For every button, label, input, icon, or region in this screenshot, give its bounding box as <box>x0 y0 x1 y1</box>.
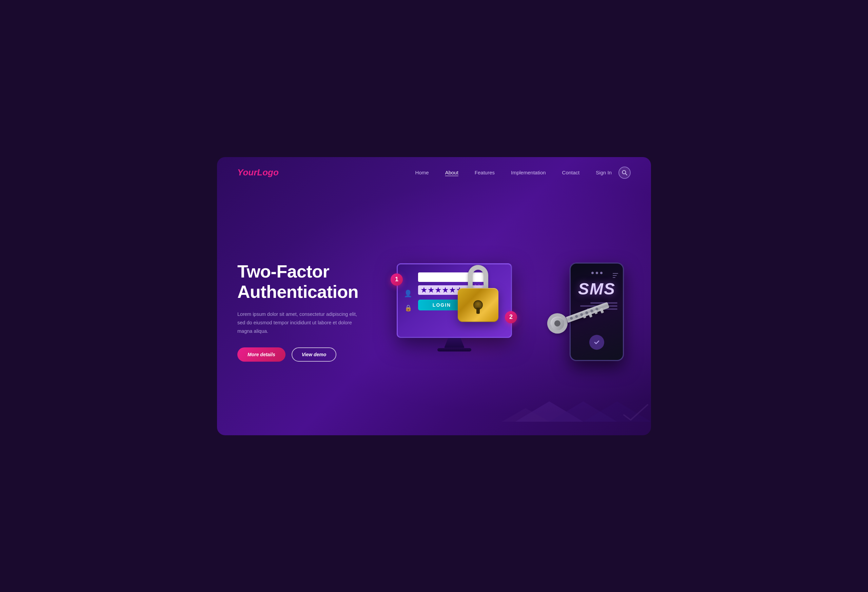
phone-dot-1 <box>591 272 594 274</box>
nav-links: Home About Features Implementation Conta… <box>415 170 580 175</box>
nav-contact[interactable]: Contact <box>562 170 580 175</box>
logo[interactable]: YourLogo <box>237 167 279 178</box>
check-icon <box>593 339 600 346</box>
search-button[interactable] <box>619 167 631 179</box>
padlock-wrapper <box>458 288 498 322</box>
nav-about[interactable]: About <box>445 170 458 175</box>
page-card: YourLogo Home About Features Implementat… <box>217 157 651 435</box>
hero-text: Two-FactorAuthentication Lorem ipsum dol… <box>237 262 380 362</box>
nav-features[interactable]: Features <box>475 170 495 175</box>
user-icon: 👤 <box>404 289 412 297</box>
padlock-body <box>458 288 498 322</box>
hero-description: Lorem ipsum dolor sit amet, consectetur … <box>237 310 359 335</box>
key-dot-1 <box>570 317 573 320</box>
more-details-button[interactable]: More details <box>237 348 285 362</box>
key-tooth-3 <box>594 310 598 314</box>
monitor-base <box>437 348 471 351</box>
view-demo-button[interactable]: View demo <box>292 348 337 362</box>
phone-bottom <box>589 335 604 350</box>
lock-icon: 🔒 <box>404 304 412 312</box>
phone-status-dots <box>591 272 602 274</box>
hero-buttons: More details View demo <box>237 348 380 362</box>
menu-line-1 <box>613 273 618 274</box>
phone-dot-3 <box>600 272 602 274</box>
key-tooth-4 <box>600 308 604 314</box>
monitor-side-icons: 👤 🔒 <box>404 289 412 312</box>
step-badge-2: 2 <box>505 311 517 323</box>
nav-home[interactable]: Home <box>415 170 429 175</box>
illustration: 1 👤 🔒 › › › <box>380 188 631 435</box>
check-circle <box>589 335 604 350</box>
nav-right: Sign In <box>596 167 631 179</box>
phone-menu-lines <box>613 273 618 278</box>
key-head <box>544 310 570 336</box>
key-tooth-2 <box>588 312 592 318</box>
menu-line-3 <box>613 277 616 278</box>
sms-label: SMS <box>578 280 616 298</box>
navbar: YourLogo Home About Features Implementat… <box>217 157 651 188</box>
main-content: Two-FactorAuthentication Lorem ipsum dol… <box>217 188 651 435</box>
svg-line-1 <box>626 173 627 175</box>
search-icon <box>622 170 627 175</box>
sign-in-link[interactable]: Sign In <box>596 170 612 175</box>
key-dot-2 <box>575 314 578 318</box>
padlock-keyhole <box>473 300 483 310</box>
floor-decoration <box>481 395 651 422</box>
menu-line-2 <box>613 275 617 276</box>
password-dots: ★★★★★★ <box>421 286 464 294</box>
hero-title: Two-FactorAuthentication <box>237 262 380 302</box>
monitor-stand <box>444 338 465 348</box>
key-tooth-1 <box>583 314 586 318</box>
nav-implementation[interactable]: Implementation <box>511 170 546 175</box>
step-badge-1: 1 <box>391 274 403 286</box>
phone-dot-2 <box>596 272 598 274</box>
